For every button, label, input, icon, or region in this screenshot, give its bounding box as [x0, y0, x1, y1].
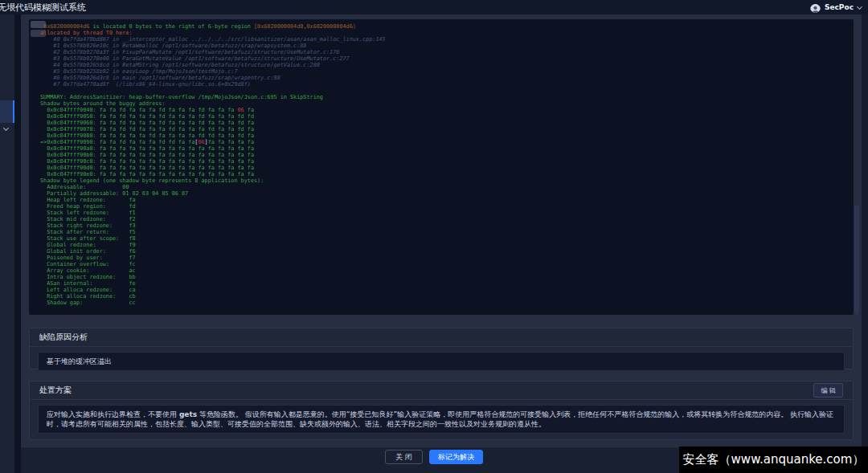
log-line: Stack use after scope: f8 — [40, 235, 386, 242]
defect-cause-card: 缺陷原因分析 基于堆的缓冲区溢出 — [29, 328, 854, 369]
log-line: 0x6020000004d6 is located 0 bytes to the… — [40, 23, 386, 30]
sidebar-active-item[interactable] — [0, 100, 14, 123]
log-line: 0x0c047fff90d0: fa fa fa fa fa fa fa fa … — [40, 165, 386, 171]
log-line: Poisoned by user: f7 — [40, 255, 386, 261]
log-line: Shadow bytes around the buggy address: — [40, 100, 386, 107]
chevron-down-icon — [857, 3, 862, 9]
asan-log-panel: 0x6020000004d6 is located 0 bytes to the… — [29, 19, 854, 315]
log-line: Global redzone: f9 — [40, 242, 386, 248]
log-line: #5 0x5578b9258b92 in easyLoop /tmp/MojoJ… — [40, 68, 386, 75]
log-line: #6 0x5578b926d3c8 in main /opt1/software… — [40, 75, 386, 81]
watermark: 安全客（www.anquanke.com） — [679, 446, 868, 473]
plan-keyword: gets — [179, 410, 197, 418]
log-line: Global init order: f6 — [40, 248, 386, 255]
log-line: Partially addressable: 01 02 03 04 05 06… — [40, 190, 386, 197]
resolve-button[interactable]: 标记为解决 — [429, 450, 483, 464]
log-line: allocated by thread T0 here: — [40, 30, 386, 36]
log-line: =>0x0c047fff9090: fa fa fd fa fa fa fd f… — [40, 139, 386, 145]
log-line: #0 0x7fda479bd867 in __interceptor_mallo… — [40, 36, 386, 43]
log-line: Heap left redzone: fa — [40, 197, 386, 203]
log-line: #4 0x5578b92658cd in BetaMString /opt1/s… — [40, 62, 386, 68]
disposal-plan-title: 处置方案 — [39, 385, 72, 396]
log-line — [40, 88, 386, 94]
user-avatar-icon — [810, 2, 821, 13]
log-line: ASan internal: fe — [40, 280, 386, 287]
log-line: #2 0x5578b9270a3f in FixupParaMutate /op… — [40, 49, 386, 55]
log-line: Shadow gap: cc — [40, 300, 386, 306]
sidebar — [0, 14, 14, 473]
sidebar-collapse-chevron-icon[interactable] — [3, 125, 9, 131]
username: SecPoc — [825, 3, 854, 11]
disposal-plan-card: 处置方案 编 辑 应对输入实施和执行边界检查，不要使用 gets 等危险函数。 … — [29, 381, 854, 440]
log-line: Addressable: 00 — [40, 184, 386, 190]
log-line: 0x0c047fff9070: fa fa fd fd fa fa fa fd … — [40, 126, 386, 133]
log-line: Shadow byte legend (one shadow byte repr… — [40, 177, 386, 184]
topbar: 无垠代码模糊测试系统 SecPoc — [0, 0, 868, 14]
log-line: Stack mid redzone: f2 — [40, 216, 386, 222]
defect-cause-title: 缺陷原因分析 — [39, 332, 88, 343]
log-line: 0x0c047fff90b0: fa fa fa fa fa fa fa fa … — [40, 152, 386, 158]
log-line: 0x0c047fff90e0: fa fa fa fa fa fa fa fa … — [40, 171, 386, 177]
log-line: Left alloca redzone: ca — [40, 287, 386, 293]
log-line: Stack right redzone: f3 — [40, 222, 386, 229]
log-line: 0x0c047fff9040: fa fa fd fa fa fa fd fa … — [40, 107, 386, 113]
log-line: Array cookie: ac — [40, 267, 386, 274]
close-button[interactable]: 关 闭 — [385, 450, 423, 464]
log-line: #7 0x7fda4770ad8f (/lib/x86_64-linux-gnu… — [40, 81, 386, 88]
log-line: Container overflow: fc — [40, 261, 386, 267]
user-menu[interactable]: SecPoc — [810, 0, 862, 14]
log-line: Right alloca redzone: cb — [40, 293, 386, 300]
asan-log: 0x6020000004d6 is located 0 bytes to the… — [40, 23, 386, 306]
page-scrollbar-track[interactable] — [862, 14, 868, 446]
log-scrollbar-thumb[interactable] — [854, 205, 859, 315]
log-line: Stack left redzone: f1 — [40, 210, 386, 216]
defect-cause-content: 基于堆的缓冲区溢出 — [38, 352, 845, 371]
log-line: Intra object redzone: bb — [40, 274, 386, 280]
log-line: #3 0x5578b9270e00 in ParaGetMutateValue … — [40, 55, 386, 62]
plan-text: 应对输入实施和执行边界检查，不要使用 — [47, 410, 179, 418]
log-line: 0x0c047fff90c0: fa fa fa fa fa fa fa fa … — [40, 158, 386, 165]
log-line: 0x0c047fff9060: fa fa fd fa fa fa fd fa … — [40, 120, 386, 126]
watermark-text: 安全客（www.anquanke.com） — [683, 452, 865, 467]
sidebar-gutter — [14, 14, 21, 473]
log-line: Freed heap region: fd — [40, 203, 386, 210]
disposal-plan-content: 应对输入实施和执行边界检查，不要使用 gets 等危险函数。 假设所有输入都是恶… — [38, 405, 845, 434]
log-line: #1 0x5578b926e10c in BetaWmalloc /opt1/s… — [40, 43, 386, 49]
log-line: 0x0c047fff9050: fa fa fd fa fa fa fd fa … — [40, 113, 386, 120]
log-line: 0x0c047fff90a0: fa fa fa fa fa fa fa fa … — [40, 145, 386, 152]
log-line: SUMMARY: AddressSanitizer: heap-buffer-o… — [40, 94, 386, 100]
disposal-plan-header: 处置方案 编 辑 — [30, 381, 853, 400]
edit-button[interactable]: 编 辑 — [813, 383, 843, 398]
defect-cause-header: 缺陷原因分析 — [30, 328, 853, 347]
log-line: 0x0c047fff9080: fa fa fa fa fa fd fa fa … — [40, 133, 386, 139]
log-line: Stack after return: f5 — [40, 229, 386, 235]
page-title: 无垠代码模糊测试系统 — [0, 2, 86, 14]
